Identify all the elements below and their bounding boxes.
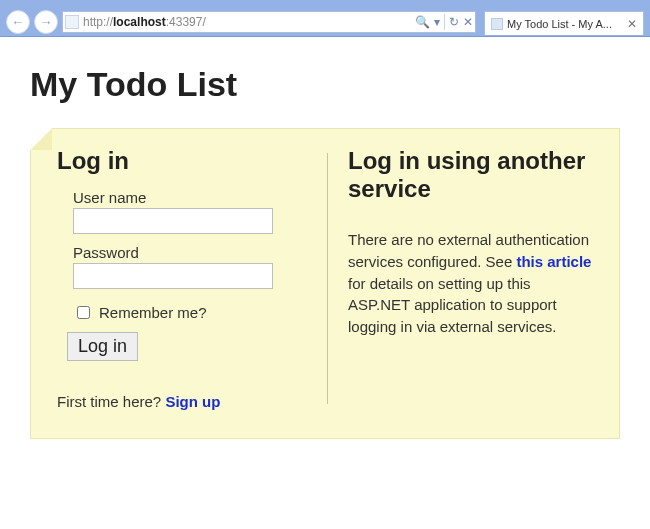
tab-active[interactable]: My Todo List - My A... ✕ — [484, 11, 644, 35]
arrow-left-icon: ← — [11, 14, 25, 30]
stop-icon[interactable]: ✕ — [463, 15, 473, 29]
close-icon[interactable]: ✕ — [627, 17, 637, 31]
page-favicon-icon — [65, 15, 79, 29]
url-text: http://localhost:43397/ — [83, 15, 411, 29]
login-heading: Log in — [57, 147, 307, 175]
panel-divider — [327, 153, 328, 404]
arrow-right-icon: → — [39, 14, 53, 30]
page-title: My Todo List — [30, 65, 620, 104]
tab-favicon-icon — [491, 18, 503, 30]
signup-prompt: First time here? Sign up — [57, 393, 307, 410]
login-form: Log in User name Password Remember me? L… — [57, 147, 307, 410]
external-heading: Log in using another service — [348, 147, 593, 203]
back-button[interactable]: ← — [6, 10, 30, 34]
login-panel: Log in User name Password Remember me? L… — [30, 128, 620, 439]
browser-chrome: ← → http://localhost:43397/ 🔍 ▾ ↻ ✕ My T… — [0, 0, 650, 37]
remember-checkbox[interactable] — [77, 306, 90, 319]
search-icon[interactable]: 🔍 — [415, 15, 430, 29]
login-button[interactable]: Log in — [67, 332, 138, 361]
signup-link[interactable]: Sign up — [165, 393, 220, 410]
dropdown-icon[interactable]: ▾ — [434, 15, 440, 29]
external-text: There are no external authentication ser… — [348, 229, 593, 338]
remember-label: Remember me? — [99, 304, 207, 321]
password-input[interactable] — [73, 263, 273, 289]
username-input[interactable] — [73, 208, 273, 234]
refresh-icon[interactable]: ↻ — [449, 15, 459, 29]
password-label: Password — [73, 244, 307, 261]
tab-title: My Todo List - My A... — [507, 18, 623, 30]
username-label: User name — [73, 189, 307, 206]
forward-button[interactable]: → — [34, 10, 58, 34]
tab-strip: My Todo List - My A... ✕ — [480, 9, 644, 35]
page-body: My Todo List Log in User name Password R… — [0, 37, 650, 455]
external-login: Log in using another service There are n… — [348, 147, 593, 410]
address-bar[interactable]: http://localhost:43397/ 🔍 ▾ ↻ ✕ — [62, 11, 476, 33]
external-article-link[interactable]: this article — [516, 253, 591, 270]
